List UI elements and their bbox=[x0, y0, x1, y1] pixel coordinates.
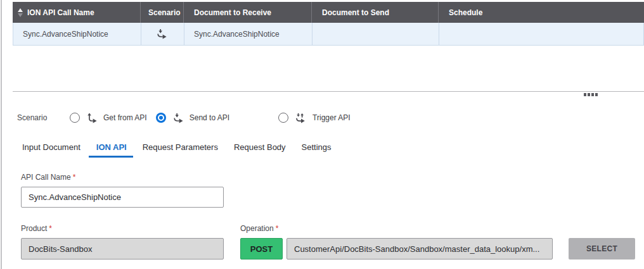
panel-left-border bbox=[1, 0, 2, 269]
operation-path-input[interactable] bbox=[287, 238, 553, 260]
radio-option-send-to-api[interactable]: Send to API bbox=[156, 113, 229, 123]
label-text: Product bbox=[21, 224, 47, 233]
radio-selected bbox=[156, 113, 166, 123]
column-header-label: Document to Send bbox=[322, 8, 389, 17]
radio-unselected bbox=[278, 113, 288, 123]
radio-unselected bbox=[70, 113, 80, 123]
sort-icon[interactable] bbox=[18, 8, 23, 17]
api-call-name-label: API Call Name* bbox=[21, 173, 75, 182]
required-asterisk: * bbox=[276, 224, 279, 233]
scenario-radio-group: Scenario Get from API Send to API bbox=[17, 112, 359, 123]
column-header-document-to-send: Document to Send bbox=[312, 2, 439, 23]
trigger-api-icon bbox=[295, 113, 309, 123]
cell-document-to-receive: Sync.AdvanceShipNotice bbox=[184, 23, 312, 45]
send-to-api-icon bbox=[156, 28, 169, 39]
tab-ion-api[interactable]: ION API bbox=[96, 142, 127, 158]
tab-input-document[interactable]: Input Document bbox=[22, 142, 80, 158]
cell-text: Sync.AdvanceShipNotice bbox=[23, 30, 108, 39]
radio-option-get-from-api[interactable]: Get from API bbox=[70, 112, 147, 123]
tab-request-parameters[interactable]: Request Parameters bbox=[143, 142, 218, 158]
tab-settings[interactable]: Settings bbox=[302, 142, 332, 158]
column-header-schedule: Schedule bbox=[439, 2, 644, 23]
splitter-drag-handle[interactable] bbox=[584, 93, 598, 96]
product-label: Product* bbox=[21, 224, 52, 233]
send-to-api-icon bbox=[172, 113, 186, 123]
product-input[interactable] bbox=[21, 238, 224, 260]
column-header-ion-api-call-name[interactable]: ION API Call Name bbox=[13, 2, 141, 23]
http-method-badge: POST bbox=[240, 238, 283, 260]
required-asterisk: * bbox=[49, 224, 52, 233]
tab-request-body[interactable]: Request Body bbox=[234, 142, 286, 158]
column-header-scenario: Scenario bbox=[141, 2, 184, 23]
cell-document-to-send bbox=[312, 23, 439, 45]
table-row[interactable]: Sync.AdvanceShipNotice Sync.AdvanceShipN… bbox=[13, 23, 644, 46]
operation-label: Operation* bbox=[240, 224, 278, 233]
detail-tabs: Input Document ION API Request Parameter… bbox=[22, 142, 347, 158]
column-header-document-to-receive: Document to Receive bbox=[184, 2, 312, 23]
scenario-label: Scenario bbox=[17, 113, 70, 122]
api-calls-grid: ION API Call Name Scenario Document to R… bbox=[13, 2, 644, 46]
radio-option-trigger-api[interactable]: Trigger API bbox=[278, 113, 351, 123]
ion-api-config-panel: ION API Call Name Scenario Document to R… bbox=[0, 0, 644, 269]
cell-schedule bbox=[439, 23, 643, 45]
column-header-label: Schedule bbox=[449, 8, 482, 17]
column-header-label: Scenario bbox=[148, 8, 181, 17]
select-button[interactable]: SELECT bbox=[569, 238, 635, 260]
cell-scenario bbox=[141, 23, 184, 45]
label-text: API Call Name bbox=[21, 173, 71, 182]
column-header-label: ION API Call Name bbox=[27, 8, 94, 17]
radio-option-label: Trigger API bbox=[312, 113, 351, 122]
radio-option-label: Get from API bbox=[103, 113, 147, 122]
label-text: Operation bbox=[240, 224, 274, 233]
radio-option-label: Send to API bbox=[190, 113, 229, 122]
section-divider bbox=[13, 91, 644, 92]
api-call-name-input[interactable] bbox=[21, 187, 224, 208]
cell-text: Sync.AdvanceShipNotice bbox=[194, 30, 280, 39]
cell-ion-api-call-name: Sync.AdvanceShipNotice bbox=[13, 23, 141, 45]
required-asterisk: * bbox=[73, 173, 76, 182]
get-from-api-icon bbox=[86, 112, 100, 123]
column-header-label: Document to Receive bbox=[194, 8, 271, 17]
grid-header-row: ION API Call Name Scenario Document to R… bbox=[13, 2, 644, 23]
